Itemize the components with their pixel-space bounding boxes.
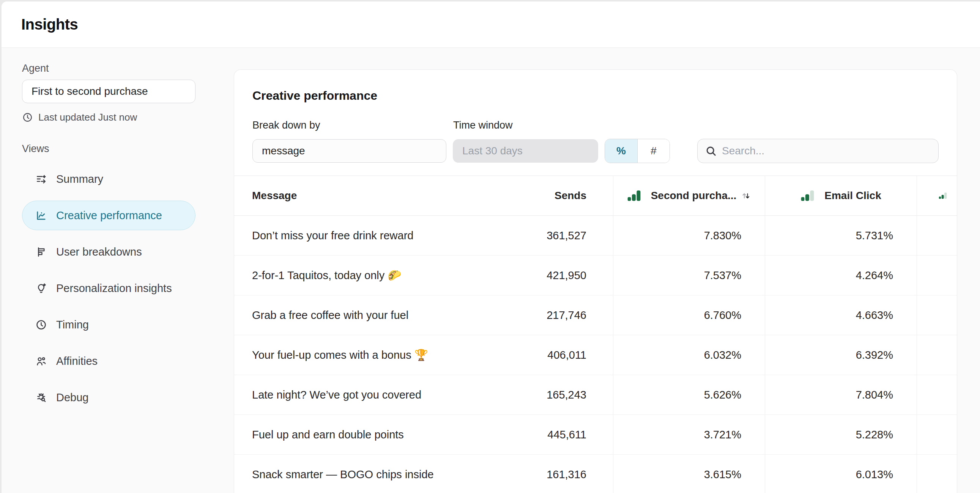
second-purchase-cell: 6.032% bbox=[613, 335, 765, 375]
chevron-updown-icon bbox=[428, 145, 439, 157]
sends-cell: 161,316 bbox=[461, 455, 613, 493]
panel-title: Creative performance bbox=[252, 89, 939, 103]
metric-bars-muted-icon bbox=[939, 190, 947, 201]
sidebar-item-debug[interactable]: Debug bbox=[22, 379, 196, 415]
metric-bars-muted-icon bbox=[800, 190, 815, 201]
search-icon bbox=[705, 145, 717, 157]
clipped-cell bbox=[916, 295, 957, 335]
search-input[interactable] bbox=[697, 139, 939, 163]
sidebar-item-label: Personalization insights bbox=[56, 282, 172, 295]
breakdown-select[interactable]: message bbox=[252, 139, 446, 163]
sidebar-item-personalization-insights[interactable]: Personalization insights bbox=[22, 270, 196, 306]
time-window-label: Time window bbox=[453, 119, 513, 131]
message-cell: Snack smarter — BOGO chips inside bbox=[234, 455, 461, 493]
sidebar: Agent First to second purchase Last upda… bbox=[2, 48, 214, 415]
last-updated: Last updated Just now bbox=[22, 111, 214, 123]
email-click-cell: 4.663% bbox=[765, 295, 916, 335]
sidebar-item-label: Timing bbox=[56, 319, 89, 331]
sidebar-item-summary[interactable]: Summary bbox=[22, 161, 196, 197]
sends-cell: 217,746 bbox=[461, 295, 613, 335]
breakdown-bars-icon bbox=[35, 246, 47, 258]
email-click-cell: 4.264% bbox=[765, 255, 916, 295]
time-window-select-value: Last 30 days bbox=[462, 145, 523, 157]
creative-performance-table: Message Sends Second purcha... Email Cli… bbox=[234, 176, 957, 493]
clipped-cell bbox=[916, 375, 957, 415]
clock-icon bbox=[22, 112, 33, 123]
email-click-cell: 7.804% bbox=[765, 375, 916, 415]
people-icon bbox=[35, 355, 47, 367]
sends-cell: 445,611 bbox=[461, 415, 613, 455]
second-purchase-cell: 7.830% bbox=[613, 216, 765, 255]
agent-select[interactable]: First to second purchase bbox=[22, 80, 196, 103]
sidebar-item-affinities[interactable]: Affinities bbox=[22, 343, 196, 379]
sends-cell: 165,243 bbox=[461, 375, 613, 415]
app-window: Insights Agent First to second purchase … bbox=[2, 2, 980, 493]
summary-icon bbox=[35, 173, 47, 185]
second-purchase-cell: 3.721% bbox=[613, 415, 765, 455]
email-click-cell: 5.228% bbox=[765, 415, 916, 455]
column-header-message[interactable]: Message bbox=[234, 176, 461, 216]
column-header-email-click[interactable]: Email Click bbox=[765, 176, 916, 216]
percent-toggle-button[interactable]: % bbox=[605, 139, 637, 163]
clipped-cell bbox=[916, 415, 957, 455]
sidebar-item-label: Creative performance bbox=[56, 209, 162, 222]
sidebar-item-label: User breakdowns bbox=[56, 246, 142, 258]
second-purchase-cell: 3.615% bbox=[613, 455, 765, 493]
email-click-cell: 6.013% bbox=[765, 455, 916, 493]
clipped-cell bbox=[916, 455, 957, 493]
sidebar-item-label: Affinities bbox=[56, 355, 97, 368]
email-click-cell: 6.392% bbox=[765, 335, 916, 375]
breakdown-select-value: message bbox=[262, 145, 305, 157]
sidebar-item-user-breakdowns[interactable]: User breakdowns bbox=[22, 234, 196, 270]
column-header-clipped[interactable] bbox=[916, 176, 957, 216]
column-header-sends[interactable]: Sends bbox=[461, 176, 613, 216]
second-purchase-cell: 7.537% bbox=[613, 255, 765, 295]
chevron-updown-icon bbox=[177, 86, 188, 97]
column-header-second-purchase[interactable]: Second purcha... bbox=[613, 176, 765, 216]
sends-cell: 421,950 bbox=[461, 255, 613, 295]
message-cell: 2-for-1 Taquitos, today only 🌮 bbox=[234, 255, 461, 295]
time-window-select[interactable]: Last 30 days bbox=[453, 139, 598, 163]
column-header-label: Second purcha... bbox=[651, 190, 737, 202]
clipped-cell bbox=[916, 216, 957, 255]
sidebar-item-creative-performance[interactable]: Creative performance bbox=[22, 197, 196, 234]
sidebar-item-label: Debug bbox=[56, 392, 88, 404]
sends-cell: 406,011 bbox=[461, 335, 613, 375]
search-box bbox=[697, 139, 939, 163]
chevron-updown-icon bbox=[579, 145, 591, 157]
metric-bars-icon bbox=[627, 190, 641, 201]
message-cell: Fuel up and earn double points bbox=[234, 415, 461, 455]
sends-cell: 361,527 bbox=[461, 216, 613, 255]
count-toggle-button[interactable]: # bbox=[637, 139, 670, 163]
page-title: Insights bbox=[21, 16, 78, 33]
sidebar-item-timing[interactable]: Timing bbox=[22, 306, 196, 343]
lightbulb-sparkle-icon bbox=[35, 282, 47, 294]
agent-select-value: First to second purchase bbox=[32, 85, 148, 97]
second-purchase-cell: 5.626% bbox=[613, 375, 765, 415]
sidebar-item-label: Summary bbox=[56, 173, 103, 185]
unit-toggle: % # bbox=[605, 139, 670, 163]
views-nav: Summary Creative performance bbox=[22, 161, 196, 415]
sort-desc-icon bbox=[741, 191, 751, 201]
breakdown-label: Break down by bbox=[252, 119, 453, 131]
clipped-cell bbox=[916, 255, 957, 295]
top-bar: Insights bbox=[2, 2, 980, 48]
message-cell: Your fuel-up comes with a bonus 🏆 bbox=[234, 335, 461, 375]
second-purchase-cell: 6.760% bbox=[613, 295, 765, 335]
creative-performance-panel: Creative performance Break down by Time … bbox=[234, 70, 957, 493]
agent-label: Agent bbox=[22, 63, 214, 75]
message-cell: Late night? We’ve got you covered bbox=[234, 375, 461, 415]
clipped-cell bbox=[916, 335, 957, 375]
chart-line-icon bbox=[35, 210, 47, 222]
message-cell: Don’t miss your free drink reward bbox=[234, 216, 461, 255]
last-updated-text: Last updated Just now bbox=[38, 111, 137, 123]
email-click-cell: 5.731% bbox=[765, 216, 916, 255]
clock-icon bbox=[35, 319, 47, 331]
views-label: Views bbox=[22, 143, 214, 155]
message-cell: Grab a free coffee with your fuel bbox=[234, 295, 461, 335]
bug-search-icon bbox=[35, 392, 47, 404]
column-header-label: Email Click bbox=[824, 190, 881, 202]
